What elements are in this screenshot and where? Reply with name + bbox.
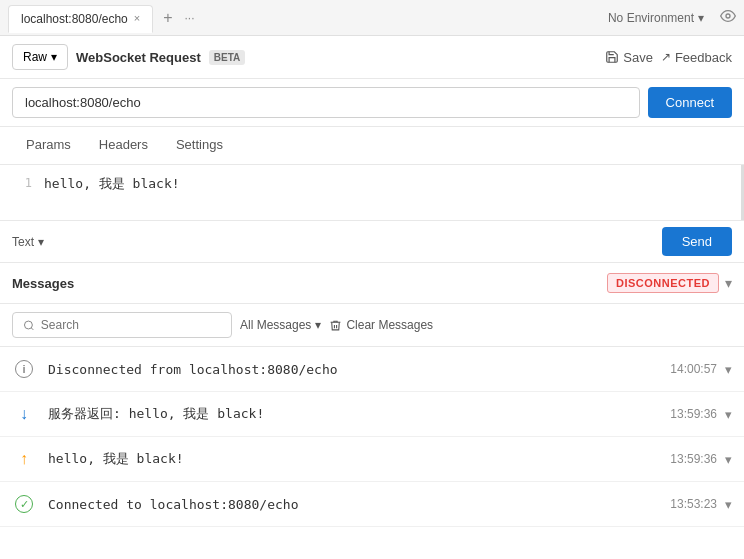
filter-chevron-icon: ▾	[315, 318, 321, 332]
message-row[interactable]: ↓ 服务器返回: hello, 我是 black! 13:59:36 ▾	[0, 392, 744, 437]
tab-url: localhost:8080/echo	[21, 12, 128, 26]
search-box	[12, 312, 232, 338]
toolbar: Raw ▾ WebSocket Request BETA Save ↗ Feed…	[0, 36, 744, 79]
url-input[interactable]	[12, 87, 640, 118]
tab-settings[interactable]: Settings	[162, 127, 237, 164]
feedback-label: Feedback	[675, 50, 732, 65]
up-arrow-icon: ↑	[12, 447, 36, 471]
line-number: 1	[8, 175, 32, 190]
message-filters: All Messages ▾ Clear Messages	[0, 304, 744, 347]
editor-footer: Text ▾ Send	[0, 221, 744, 263]
editor-area: 1 hello, 我是 black!	[0, 165, 744, 221]
message-row[interactable]: ✓ Connected to localhost:8080/echo 13:53…	[0, 482, 744, 527]
message-time: 13:59:36	[670, 452, 717, 466]
url-bar: Connect	[0, 79, 744, 127]
environment-label: No Environment	[608, 11, 694, 25]
raw-button[interactable]: Raw ▾	[12, 44, 68, 70]
collapse-messages-button[interactable]: ▾	[725, 275, 732, 291]
expand-icon[interactable]: ▾	[725, 497, 732, 512]
text-type-button[interactable]: Text ▾	[12, 235, 44, 249]
beta-badge: BETA	[209, 50, 245, 65]
active-tab[interactable]: localhost:8080/echo ×	[8, 5, 153, 33]
editor-line: 1 hello, 我是 black!	[0, 173, 744, 195]
raw-label: Raw	[23, 50, 47, 64]
connect-button[interactable]: Connect	[648, 87, 732, 118]
message-time: 13:53:23	[670, 497, 717, 511]
all-messages-button[interactable]: All Messages ▾	[240, 318, 321, 332]
messages-list: i Disconnected from localhost:8080/echo …	[0, 347, 744, 527]
tab-bar: localhost:8080/echo × + ··· No Environme…	[0, 0, 744, 36]
disconnected-badge: DISCONNECTED	[607, 273, 719, 293]
environment-selector[interactable]: No Environment ▾	[600, 7, 712, 29]
new-tab-button[interactable]: +	[157, 9, 178, 27]
save-button[interactable]: Save	[605, 50, 653, 65]
eye-icon[interactable]	[720, 8, 736, 27]
check-icon: ✓	[12, 492, 36, 516]
clear-messages-label: Clear Messages	[346, 318, 433, 332]
svg-line-2	[31, 327, 33, 329]
message-text: Disconnected from localhost:8080/echo	[48, 362, 670, 377]
trash-icon	[329, 319, 342, 332]
message-time: 14:00:57	[670, 362, 717, 376]
message-text: 服务器返回: hello, 我是 black!	[48, 405, 670, 423]
save-icon	[605, 50, 619, 64]
search-input[interactable]	[41, 318, 221, 332]
clear-messages-button[interactable]: Clear Messages	[329, 318, 433, 332]
ws-title: WebSocket Request	[76, 50, 201, 65]
feedback-button[interactable]: ↗ Feedback	[661, 50, 732, 65]
text-type-label: Text	[12, 235, 34, 249]
all-messages-label: All Messages	[240, 318, 311, 332]
tab-headers[interactable]: Headers	[85, 127, 162, 164]
expand-icon[interactable]: ▾	[725, 362, 732, 377]
save-label: Save	[623, 50, 653, 65]
svg-point-1	[24, 321, 32, 329]
arrow-icon: ↗	[661, 50, 671, 64]
text-type-chevron-icon: ▾	[38, 235, 44, 249]
message-text: hello, 我是 black!	[48, 450, 670, 468]
messages-header: Messages DISCONNECTED ▾	[0, 263, 744, 304]
message-text: Connected to localhost:8080/echo	[48, 497, 670, 512]
message-time: 13:59:36	[670, 407, 717, 421]
more-tabs-button[interactable]: ···	[179, 11, 201, 25]
message-row[interactable]: ↑ hello, 我是 black! 13:59:36 ▾	[0, 437, 744, 482]
tab-close-icon[interactable]: ×	[134, 13, 140, 24]
svg-point-0	[726, 14, 730, 18]
messages-title: Messages	[12, 276, 74, 291]
expand-icon[interactable]: ▾	[725, 407, 732, 422]
info-icon: i	[12, 357, 36, 381]
message-row[interactable]: i Disconnected from localhost:8080/echo …	[0, 347, 744, 392]
nav-tabs: Params Headers Settings	[0, 127, 744, 165]
down-arrow-icon: ↓	[12, 402, 36, 426]
expand-icon[interactable]: ▾	[725, 452, 732, 467]
raw-chevron-icon: ▾	[51, 50, 57, 64]
editor-content[interactable]: hello, 我是 black!	[44, 175, 180, 193]
search-icon	[23, 319, 35, 332]
send-button[interactable]: Send	[662, 227, 732, 256]
tab-params[interactable]: Params	[12, 127, 85, 164]
chevron-down-icon: ▾	[698, 11, 704, 25]
